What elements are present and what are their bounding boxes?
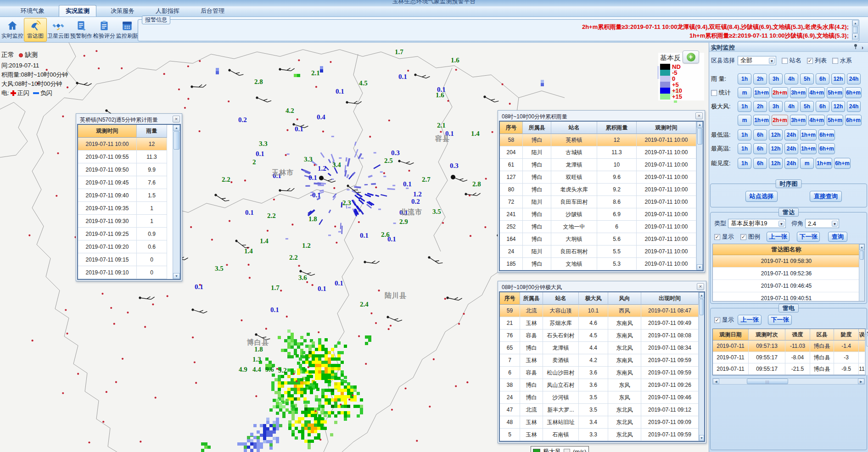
close-icon[interactable]: × xyxy=(697,283,704,290)
table-row[interactable]: 2019-07-11 09:401.5 xyxy=(78,189,173,202)
popup-titlebar[interactable]: 08时~10时00分钟累积雨量 × xyxy=(499,112,704,121)
close-icon[interactable]: × xyxy=(695,112,703,119)
table-row[interactable]: 204陆川古城镇11.32019-07-11 10:00 xyxy=(500,146,696,159)
menu-tab-人影指挥[interactable]: 人影指挥 xyxy=(149,5,186,17)
rain-3h-button[interactable]: 3h xyxy=(769,73,783,84)
next-image-button[interactable]: 下一张 xyxy=(797,232,820,242)
collapse-arrow-icon[interactable]: › xyxy=(862,45,865,51)
rain-m-5h+m-button[interactable]: 5h+m xyxy=(827,87,843,98)
scroll-up-icon[interactable]: ▲ xyxy=(173,125,180,131)
table-row[interactable]: 2019-07-11 10:0012 xyxy=(78,138,173,151)
tmin-24h-button[interactable]: 24h xyxy=(784,129,798,140)
column-header-误[interactable]: 误 xyxy=(859,329,865,340)
tool-预警制作[interactable]: 预警制作 xyxy=(70,18,93,42)
table-row[interactable]: 47北流新丰大罗...3.5东北风2019-07-11 09:12 xyxy=(500,404,699,416)
tmin-12h-button[interactable]: 12h xyxy=(769,129,783,140)
rain-2h-button[interactable]: 2h xyxy=(753,73,767,84)
table-row[interactable]: 76容县石头石剑村4.5东南风2019-07-11 08:08 xyxy=(500,329,699,342)
wind-12h-button[interactable]: 12h xyxy=(831,101,845,112)
wind-6h-button[interactable]: 6h xyxy=(816,101,829,112)
zoom-in-button[interactable]: + xyxy=(683,50,699,63)
wind-m-5h+m-button[interactable]: 5h+m xyxy=(827,115,843,126)
table-row[interactable]: 2019-07-11 09:301 xyxy=(78,215,173,228)
column-header-序号[interactable]: 序号 xyxy=(500,292,520,305)
menu-tab-实况监测[interactable]: 实况监测 xyxy=(59,5,96,17)
wind-3h-button[interactable]: 3h xyxy=(769,101,783,112)
table-row[interactable]: 59北流大容山顶10.1西风2019-07-11 08:47 xyxy=(500,305,699,317)
column-header-出现时间[interactable]: 出现时间 xyxy=(641,292,699,305)
checkbox-列表[interactable]: ✓ xyxy=(807,58,813,64)
column-header-风向[interactable]: 风向 xyxy=(608,292,641,305)
table-row[interactable]: 127博白双旺镇9.62019-07-11 10:00 xyxy=(500,171,696,184)
lightning-show-checkbox[interactable]: ✓ xyxy=(714,317,720,323)
tool-卫星云图[interactable]: 卫星云图 xyxy=(47,18,70,42)
checkbox-水系[interactable] xyxy=(832,58,838,64)
rain-m-m-button[interactable]: m xyxy=(738,87,751,98)
table-row[interactable]: 185博白文地镇5.32019-07-11 10:00 xyxy=(500,258,696,270)
vis-6h+m-button[interactable]: 6h+m xyxy=(834,158,851,169)
menu-tab-后台管理[interactable]: 后台管理 xyxy=(194,5,231,17)
vis-12h-button[interactable]: 12h xyxy=(769,158,783,169)
scroll-down-icon[interactable]: ▼ xyxy=(699,435,704,441)
rain-1h-button[interactable]: 1h xyxy=(738,73,751,84)
table-row[interactable]: 2019-07-11 09:200.6 xyxy=(78,240,173,253)
table-scrollbar[interactable]: ▲▼ xyxy=(173,125,180,279)
wind-m-4h+m-button[interactable]: 4h+m xyxy=(808,115,825,126)
lightning-hscrollbar[interactable]: ◀ ||| ▶ xyxy=(712,378,865,385)
wind-4h-button[interactable]: 4h xyxy=(784,101,798,112)
tmax-1h-button[interactable]: 1h xyxy=(738,143,751,154)
column-header-极大风[interactable]: 极大风 xyxy=(579,292,608,305)
radar-type-select[interactable]: 基本反射率19 ▼ xyxy=(728,219,786,228)
column-header-观测时间[interactable]: 观测时间 xyxy=(78,125,137,138)
prev-image-button[interactable]: 上一张 xyxy=(767,232,790,242)
table-row[interactable]: 38博白凤山立石村3.6东风2019-07-11 09:26 xyxy=(500,379,699,391)
rain-m-2h+m-button[interactable]: 2h+m xyxy=(772,87,788,98)
popup-titlebar[interactable]: 英桥镇(N5702)逐5分钟累计雨量 × xyxy=(77,115,181,124)
table-row[interactable]: 48玉林玉林站旧址3.4东北风2019-07-11 09:09 xyxy=(500,416,699,429)
radar-list-scrollbar[interactable]: ▲ xyxy=(859,244,864,301)
column-header-站名[interactable]: 站名 xyxy=(551,122,597,134)
vis-1h+m-button[interactable]: 1h+m xyxy=(816,158,832,169)
popup-titlebar[interactable]: 08时~10时00分钟极大风 × xyxy=(499,282,705,291)
rain-4h-button[interactable]: 4h xyxy=(784,73,798,84)
station-select-button[interactable]: 站点选择 xyxy=(745,191,778,202)
wind-2h-button[interactable]: 2h xyxy=(753,101,767,112)
table-row[interactable]: 164博白大垌镇5.62019-07-11 10:00 xyxy=(500,233,696,246)
next-button[interactable]: 下一张 xyxy=(768,315,792,325)
vis-m-button[interactable]: m xyxy=(800,158,814,169)
wind-m-2h+m-button[interactable]: 2h+m xyxy=(772,115,788,126)
radar-list-item[interactable]: 2019-07-11 09:58:30 xyxy=(713,255,860,268)
tool-雷达图[interactable]: 雷达图 xyxy=(24,18,47,42)
wind-m-6h+m-button[interactable]: 6h+m xyxy=(845,115,862,126)
table-row[interactable]: 21玉林苏烟水库4.6东南风2019-07-11 09:49 xyxy=(500,317,699,329)
rain-m-6h+m-button[interactable]: 6h+m xyxy=(845,87,862,98)
column-header-站名[interactable]: 站名 xyxy=(543,292,579,305)
vis-6h-button[interactable]: 6h xyxy=(753,158,767,169)
column-header-所属县[interactable]: 所属县 xyxy=(523,122,551,134)
table-row[interactable]: 5玉林石南镇3.3东北风2019-07-11 09:59 xyxy=(500,429,699,441)
tmin-6h+m-button[interactable]: 6h+m xyxy=(818,129,835,140)
checkbox-站名[interactable] xyxy=(782,58,788,64)
table-row[interactable]: 252博白文地一中62019-07-11 10:00 xyxy=(500,221,696,233)
table-row[interactable]: 80博白老虎头水库9.22019-07-11 10:00 xyxy=(500,184,696,196)
scroll-down-icon[interactable]: ▼ xyxy=(852,33,858,39)
wind-m-m-button[interactable]: m xyxy=(738,115,751,126)
scroll-thumb[interactable] xyxy=(697,128,702,145)
table-row[interactable]: 2019-07-11 09:457.6 xyxy=(78,176,173,189)
radar-elev-select[interactable]: 2.4 ▼ xyxy=(805,219,839,228)
table-scrollbar[interactable]: ▲▼ xyxy=(699,292,704,441)
table-row[interactable]: 72陆川良田车田村8.62019-07-11 10:00 xyxy=(500,196,696,208)
table-row[interactable]: 2019-07-1109:57:13-11.03博白县-1.4 xyxy=(713,340,865,352)
rain-m-3h+m-button[interactable]: 3h+m xyxy=(790,87,806,98)
wind-5h-button[interactable]: 5h xyxy=(800,101,814,112)
tool-检验评分[interactable]: 检验评分 xyxy=(93,18,116,42)
scroll-up-icon[interactable]: ▲ xyxy=(697,122,703,128)
wind-24h-button[interactable]: 24h xyxy=(847,101,861,112)
table-row[interactable]: 6容县松山沙田村3.6东南风2019-07-11 09:59 xyxy=(500,367,699,379)
column-header-陡度[interactable]: 陡度 xyxy=(834,329,859,340)
table-scrollbar[interactable]: ▲▼ xyxy=(696,122,703,270)
scroll-up-icon[interactable]: ▲ xyxy=(866,329,868,335)
rain-6h-button[interactable]: 6h xyxy=(816,73,829,84)
scroll-up-icon[interactable]: ▲ xyxy=(859,244,864,250)
prev-button[interactable]: 上一张 xyxy=(738,315,762,325)
